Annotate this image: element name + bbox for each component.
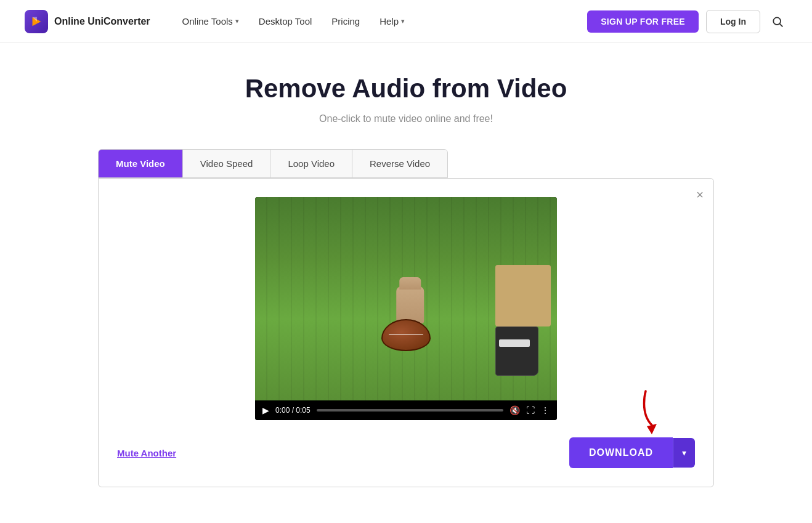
signup-button[interactable]: SIGN UP FOR FREE — [587, 10, 699, 33]
search-button[interactable] — [768, 12, 787, 31]
nav-label-online-tools: Online Tools — [182, 16, 233, 26]
page-subtitle: One-click to mute video online and free! — [319, 113, 493, 124]
main-content: Remove Audio from Video One-click to mut… — [0, 43, 812, 512]
more-options-icon[interactable]: ⋮ — [541, 405, 550, 415]
nav-item-pricing[interactable]: Pricing — [324, 11, 367, 31]
video-controls: ▶ 0:00 / 0:05 🔇 ⛶ ⋮ — [255, 400, 557, 420]
nav-label-desktop-tool: Desktop Tool — [259, 16, 312, 26]
nav-item-online-tools[interactable]: Online Tools ▾ — [175, 11, 246, 31]
video-pants — [495, 265, 551, 326]
tab-loop-video[interactable]: Loop Video — [270, 150, 352, 177]
arrow-svg — [633, 388, 670, 444]
chevron-down-icon: ▾ — [401, 17, 405, 25]
tab-reverse-video[interactable]: Reverse Video — [352, 150, 447, 177]
logo-icon — [25, 10, 48, 33]
tabs-row: Mute Video Video Speed Loop Video Revers… — [98, 149, 448, 178]
logo-text: Online UniConverter — [54, 16, 150, 27]
tool-card: × ▶ 0:00 / 0:05 — [98, 178, 714, 487]
progress-bar[interactable] — [317, 409, 503, 412]
card-bottom: Mute Another DOWNLOAD ▾ — [117, 437, 695, 468]
mute-another-link[interactable]: Mute Another — [117, 448, 176, 458]
search-icon — [771, 15, 784, 28]
video-sneaker — [495, 326, 538, 376]
nav-item-help[interactable]: Help ▾ — [372, 11, 412, 31]
tab-mute-video[interactable]: Mute Video — [99, 150, 183, 177]
download-section: DOWNLOAD ▾ — [569, 437, 695, 468]
logo[interactable]: Online UniConverter — [25, 10, 150, 33]
download-dropdown-button[interactable]: ▾ — [673, 438, 695, 468]
logo-svg — [30, 15, 43, 28]
video-hand — [396, 286, 424, 323]
fullscreen-icon[interactable]: ⛶ — [526, 405, 535, 415]
page-title: Remove Audio from Video — [245, 74, 567, 103]
nav-label-help: Help — [380, 16, 399, 26]
svg-line-3 — [780, 23, 783, 26]
nav-label-pricing: Pricing — [331, 16, 360, 26]
volume-icon[interactable]: 🔇 — [510, 405, 520, 415]
video-time: 0:00 / 0:05 — [275, 406, 311, 415]
video-frame — [255, 197, 557, 400]
video-player: ▶ 0:00 / 0:05 🔇 ⛶ ⋮ — [255, 197, 557, 420]
download-button[interactable]: DOWNLOAD — [569, 437, 673, 468]
video-background — [255, 197, 557, 400]
nav-actions: SIGN UP FOR FREE Log In — [587, 10, 787, 33]
close-button[interactable]: × — [696, 189, 704, 201]
nav-item-desktop-tool[interactable]: Desktop Tool — [251, 11, 319, 31]
navbar: Online UniConverter Online Tools ▾ Deskt… — [0, 0, 812, 43]
tab-video-speed[interactable]: Video Speed — [183, 150, 271, 177]
svg-marker-4 — [647, 424, 657, 434]
login-button[interactable]: Log In — [706, 10, 760, 33]
play-button[interactable]: ▶ — [262, 405, 269, 415]
svg-point-2 — [773, 17, 781, 25]
chevron-down-icon: ▾ — [235, 17, 239, 25]
nav-links: Online Tools ▾ Desktop Tool Pricing Help… — [175, 11, 588, 31]
